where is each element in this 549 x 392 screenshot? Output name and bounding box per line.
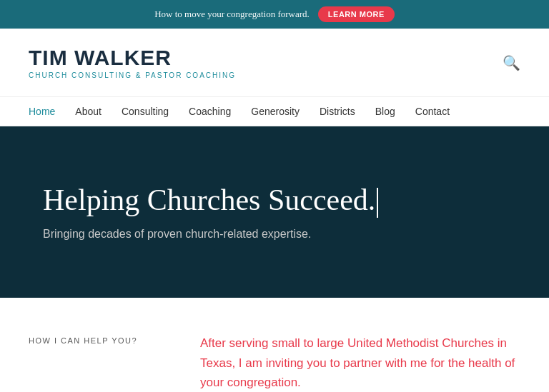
content-section: HOW I CAN HELP YOU? After serving small … [0, 298, 549, 392]
header: TIM WALKER Church Consulting & Pastor Co… [0, 29, 549, 97]
nav-item-about[interactable]: About [75, 106, 102, 117]
banner-message: How to move your congregation forward. [154, 9, 310, 20]
nav-item-home[interactable]: Home [29, 106, 55, 117]
learn-more-button[interactable]: LEARN MORE [318, 6, 395, 22]
logo-subtitle: Church Consulting & Pastor Coaching [29, 71, 236, 79]
nav-item-contact[interactable]: Contact [415, 106, 450, 117]
content-label: HOW I CAN HELP YOU? [29, 333, 172, 345]
nav-item-generosity[interactable]: Generosity [251, 106, 300, 117]
main-nav: Home About Consulting Coaching Generosit… [0, 97, 549, 126]
search-icon[interactable]: 🔍 [503, 54, 520, 71]
hero-section: Helping Churches Succeed. Bringing decad… [0, 126, 549, 298]
nav-item-blog[interactable]: Blog [375, 106, 395, 117]
content-text: After serving small to large United Meth… [200, 333, 520, 392]
hero-subtitle: Bringing decades of proven church-relate… [43, 228, 506, 241]
nav-item-consulting[interactable]: Consulting [122, 106, 169, 117]
hero-title: Helping Churches Succeed. [43, 184, 506, 218]
text-cursor [377, 188, 378, 218]
top-banner: How to move your congregation forward. L… [0, 0, 549, 29]
logo-title: TIM WALKER [29, 46, 236, 70]
nav-item-coaching[interactable]: Coaching [189, 106, 231, 117]
nav-item-districts[interactable]: Districts [320, 106, 355, 117]
logo: TIM WALKER Church Consulting & Pastor Co… [29, 46, 236, 79]
